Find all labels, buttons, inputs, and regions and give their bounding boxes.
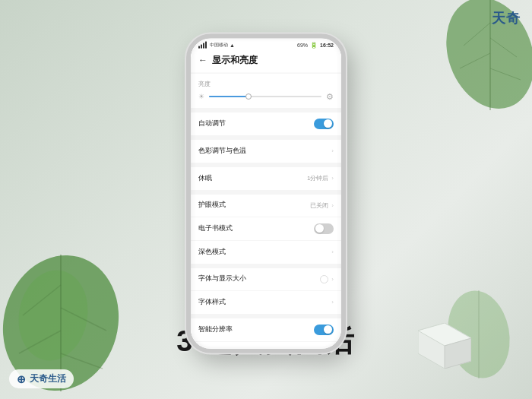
- font-size-label: 字体与显示大小: [198, 274, 246, 283]
- battery-icon: 🔋: [310, 41, 318, 48]
- chevron-icon: ›: [331, 147, 334, 154]
- refresh-rate-row[interactable]: 屏幕刷新率 智能 ›: [191, 341, 341, 348]
- chevron-icon: ›: [331, 299, 334, 306]
- settings-list[interactable]: 亮度 ☀ ⚙ 自动调节: [191, 73, 341, 348]
- auto-adjust-section: 自动调节: [191, 112, 341, 135]
- sun-small-icon: ☀: [198, 93, 204, 100]
- eye-care-value: 已关闭: [310, 201, 328, 209]
- toggle-knob: [324, 119, 332, 128]
- phone-device: 中国移动 ▲ 69% 🔋 16:52 ← 显示和亮度 亮度: [186, 33, 346, 353]
- brightness-section: 亮度 ☀ ⚙: [191, 73, 341, 107]
- toggle-knob: [315, 224, 324, 233]
- brightness-label: 亮度: [198, 79, 334, 87]
- status-left: 中国移动 ▲: [198, 41, 235, 48]
- circle-radio: [320, 274, 328, 283]
- font-size-row[interactable]: 字体与显示大小 ›: [191, 268, 341, 290]
- brand-q-icon: ⊕: [17, 373, 26, 385]
- display-section: 智能分辨率 屏幕刷新率 智能: [191, 318, 341, 348]
- ebook-row: 电子书模式: [191, 217, 341, 240]
- signal-bar-1: [198, 46, 200, 48]
- brightness-slider[interactable]: [209, 96, 321, 97]
- sleep-row[interactable]: 休眠 1分钟后 ›: [191, 166, 341, 189]
- slider-fill: [209, 96, 249, 97]
- chevron-icon: ›: [331, 275, 334, 282]
- signal-bar-4: [205, 41, 207, 48]
- color-temp-row[interactable]: 色彩调节与色温 ›: [191, 139, 341, 162]
- ebook-toggle[interactable]: [314, 223, 334, 233]
- screen-modes-section: 护眼模式 已关闭 › 电子书模式: [191, 194, 341, 263]
- sleep-label: 休眠: [198, 173, 212, 182]
- phone-screen: 中国移动 ▲ 69% 🔋 16:52 ← 显示和亮度 亮度: [191, 38, 341, 348]
- page-title: 显示和亮度: [212, 53, 258, 66]
- auto-adjust-toggle[interactable]: [314, 118, 334, 128]
- toggle-knob: [324, 325, 332, 334]
- dark-mode-row[interactable]: 深色模式 ›: [191, 240, 341, 263]
- smart-resolution-toggle[interactable]: [314, 324, 334, 334]
- sleep-section: 休眠 1分钟后 ›: [191, 166, 341, 189]
- battery-percent: 69%: [297, 42, 308, 47]
- phone-wrapper: 中国移动 ▲ 69% 🔋 16:52 ← 显示和亮度 亮度: [186, 33, 346, 353]
- status-right: 69% 🔋 16:52: [297, 41, 334, 48]
- brand-label: 天奇: [492, 11, 521, 26]
- back-button[interactable]: ←: [198, 55, 207, 65]
- smart-resolution-label: 智能分辨率: [198, 325, 233, 334]
- wifi-icon: ▲: [230, 42, 235, 47]
- slider-thumb[interactable]: [245, 93, 252, 100]
- status-bar: 中国移动 ▲ 69% 🔋 16:52: [191, 38, 341, 49]
- ebook-label: 电子书模式: [198, 223, 233, 233]
- font-style-label: 字体样式: [198, 297, 226, 306]
- chevron-icon: ›: [331, 249, 334, 255]
- sun-large-icon: ⚙: [326, 91, 334, 101]
- chevron-icon: ›: [331, 201, 334, 208]
- carrier-label: 中国移动: [210, 41, 228, 48]
- color-temp-label: 色彩调节与色温: [198, 146, 246, 155]
- time-label: 16:52: [320, 42, 334, 47]
- eye-care-label: 护眼模式: [198, 201, 226, 210]
- smart-resolution-row: 智能分辨率: [191, 318, 341, 341]
- brand-bottom-label: 天奇生活: [30, 372, 66, 385]
- auto-adjust-label: 自动调节: [198, 119, 226, 128]
- color-temp-section: 色彩调节与色温 ›: [191, 139, 341, 162]
- eye-care-row[interactable]: 护眼模式 已关闭 ›: [191, 194, 341, 217]
- chevron-icon: ›: [331, 175, 334, 182]
- signal-bar-3: [203, 43, 204, 48]
- signal-bars: [198, 41, 207, 48]
- dark-mode-label: 深色模式: [198, 247, 226, 256]
- title-bar: ← 显示和亮度: [191, 49, 341, 73]
- brightness-row: ☀ ⚙: [198, 91, 334, 101]
- brand-bottom-left: ⊕ 天奇生活: [9, 369, 74, 388]
- font-style-row[interactable]: 字体样式 ›: [191, 290, 341, 313]
- font-section: 字体与显示大小 › 字体样式 ›: [191, 268, 341, 313]
- brand-top-right: 天奇: [492, 9, 521, 27]
- signal-bar-2: [201, 44, 202, 48]
- auto-adjust-row: 自动调节: [191, 112, 341, 135]
- sleep-value: 1分钟后: [307, 174, 328, 182]
